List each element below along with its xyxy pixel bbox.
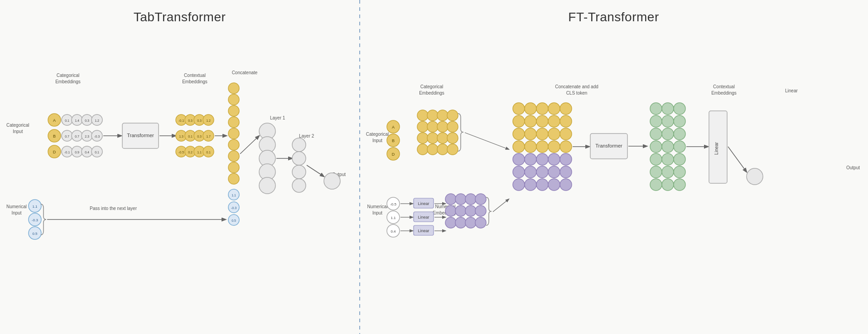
svg-point-100 — [417, 110, 428, 121]
svg-text:0.2: 0.2 — [188, 151, 193, 154]
svg-point-199 — [650, 153, 662, 165]
svg-point-179 — [525, 179, 536, 191]
svg-text:1.3: 1.3 — [179, 135, 183, 138]
svg-text:0.4: 0.4 — [85, 151, 89, 154]
svg-point-115 — [447, 144, 458, 155]
svg-text:-0.3: -0.3 — [231, 206, 236, 210]
svg-point-144 — [465, 217, 476, 228]
svg-text:0.5: 0.5 — [32, 232, 38, 236]
svg-text:D: D — [392, 152, 395, 157]
svg-text:Transformer: Transformer — [595, 143, 622, 148]
svg-text:-0.3: -0.3 — [94, 135, 100, 138]
svg-text:0.9: 0.9 — [75, 151, 79, 154]
svg-text:0.3: 0.3 — [197, 119, 202, 122]
svg-point-148 — [513, 103, 525, 115]
svg-point-159 — [525, 128, 536, 140]
svg-point-66 — [228, 83, 239, 94]
svg-text:1.1: 1.1 — [231, 194, 236, 197]
svg-point-139 — [455, 205, 466, 216]
svg-point-90 — [292, 165, 306, 179]
svg-point-206 — [662, 179, 674, 191]
svg-point-173 — [513, 166, 525, 178]
svg-point-93 — [324, 173, 340, 189]
svg-point-113 — [427, 144, 438, 155]
svg-point-152 — [560, 103, 572, 115]
svg-point-69 — [228, 117, 239, 128]
svg-text:D: D — [53, 150, 56, 154]
svg-point-203 — [662, 166, 674, 178]
svg-point-212 — [747, 168, 763, 185]
svg-point-88 — [292, 138, 306, 152]
svg-point-192 — [674, 115, 685, 127]
svg-text:1.1: 1.1 — [391, 216, 396, 220]
svg-point-149 — [525, 103, 536, 115]
svg-point-201 — [674, 153, 685, 165]
svg-point-111 — [447, 133, 458, 143]
svg-point-177 — [560, 166, 572, 178]
svg-point-165 — [536, 141, 548, 153]
svg-point-160 — [536, 128, 548, 140]
svg-point-161 — [548, 128, 560, 140]
svg-point-195 — [674, 128, 685, 140]
svg-point-175 — [536, 166, 548, 178]
svg-point-204 — [674, 166, 685, 178]
svg-point-108 — [417, 133, 428, 143]
svg-point-105 — [427, 121, 438, 132]
svg-point-181 — [548, 179, 560, 191]
svg-text:0.1: 0.1 — [65, 119, 69, 122]
svg-point-114 — [437, 144, 448, 155]
svg-point-166 — [548, 141, 560, 153]
svg-text:0.1: 0.1 — [206, 151, 211, 154]
svg-point-194 — [662, 128, 674, 140]
svg-point-101 — [427, 110, 438, 121]
svg-line-81 — [240, 136, 259, 154]
svg-point-73 — [228, 162, 239, 173]
svg-point-138 — [445, 205, 456, 216]
svg-text:1.2: 1.2 — [95, 119, 99, 122]
svg-point-164 — [525, 141, 536, 153]
svg-text:B: B — [392, 138, 395, 143]
svg-point-103 — [447, 110, 458, 121]
svg-text:0.4: 0.4 — [391, 229, 396, 234]
svg-point-190 — [650, 115, 662, 127]
svg-point-109 — [427, 133, 438, 143]
svg-point-162 — [560, 128, 572, 140]
svg-point-178 — [513, 179, 525, 191]
svg-text:0.3: 0.3 — [85, 119, 89, 122]
svg-point-197 — [662, 141, 674, 153]
svg-line-147 — [493, 199, 509, 212]
svg-point-86 — [259, 177, 275, 194]
svg-text:0.7: 0.7 — [75, 135, 79, 138]
svg-point-150 — [536, 103, 548, 115]
svg-text:1.7: 1.7 — [206, 135, 211, 138]
svg-point-188 — [662, 103, 674, 115]
svg-text:-0.5: -0.5 — [178, 151, 184, 154]
left-diagram: TabTransformer CategoricalInput Numerica… — [0, 0, 359, 334]
svg-point-205 — [650, 179, 662, 191]
svg-line-211 — [728, 147, 747, 172]
svg-point-153 — [513, 115, 525, 127]
svg-point-134 — [445, 194, 456, 205]
svg-point-163 — [513, 141, 525, 153]
svg-point-198 — [674, 141, 685, 153]
svg-point-71 — [228, 139, 239, 150]
svg-point-191 — [662, 115, 674, 127]
svg-point-200 — [662, 153, 674, 165]
svg-point-141 — [475, 205, 486, 216]
svg-point-110 — [437, 133, 448, 143]
svg-text:Linear: Linear — [418, 201, 429, 206]
svg-point-158 — [513, 128, 525, 140]
svg-point-142 — [445, 217, 456, 228]
svg-point-68 — [228, 105, 239, 116]
svg-point-137 — [475, 194, 486, 205]
svg-text:B: B — [53, 134, 56, 138]
svg-text:Linear: Linear — [418, 215, 429, 219]
svg-point-187 — [650, 103, 662, 115]
svg-point-112 — [417, 144, 428, 155]
svg-point-169 — [525, 153, 536, 165]
svg-text:0.3: 0.3 — [188, 119, 193, 122]
svg-point-180 — [536, 179, 548, 191]
svg-point-67 — [228, 94, 239, 105]
svg-point-91 — [292, 179, 306, 192]
svg-point-89 — [292, 152, 306, 165]
